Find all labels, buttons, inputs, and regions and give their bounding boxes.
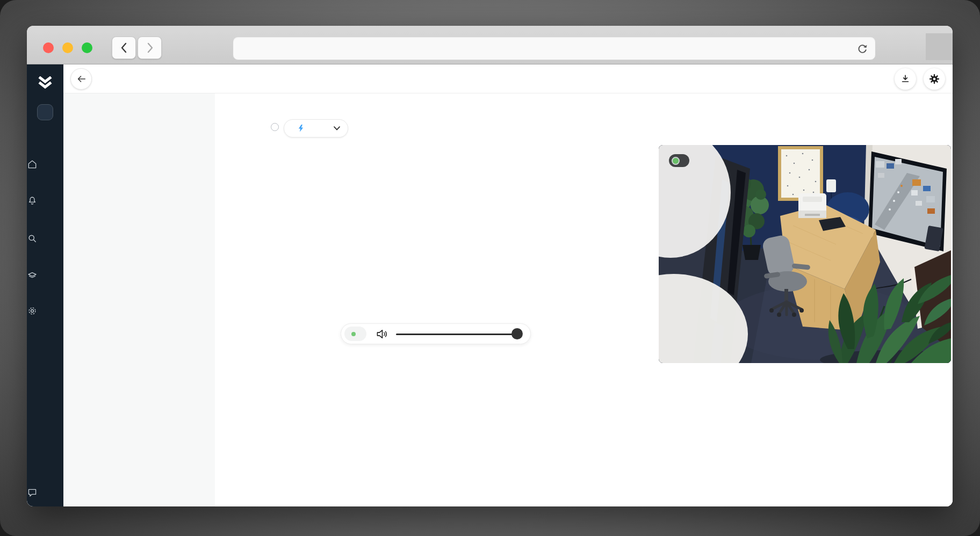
browser-back-button[interactable] (112, 37, 136, 59)
sidebar-item-events[interactable] (27, 195, 63, 207)
sidebar-item-devices[interactable] (27, 270, 63, 283)
camera-scene (659, 145, 951, 363)
minimize-window-button[interactable] (62, 42, 73, 53)
audio-content (215, 93, 953, 506)
address-input[interactable] (233, 37, 875, 60)
chevron-left-icon (119, 42, 129, 54)
org-name (27, 125, 63, 133)
browser-chrome (27, 26, 953, 64)
camera-feed[interactable] (659, 145, 951, 363)
sensor-panel (63, 93, 215, 506)
new-tab-button[interactable] (926, 33, 953, 60)
close-window-button[interactable] (43, 42, 54, 53)
volume-track[interactable] (396, 334, 518, 335)
volume-slider[interactable] (396, 328, 523, 340)
sidebar-item-help[interactable] (27, 488, 63, 499)
mute-toggle[interactable] (376, 329, 388, 339)
back-button[interactable] (70, 68, 92, 90)
search-icon (27, 233, 38, 244)
live-dot-icon (351, 332, 356, 336)
reload-button[interactable] (855, 41, 870, 56)
sidebar-item-admin[interactable] (27, 306, 63, 318)
address-bar[interactable] (233, 37, 876, 60)
lightning-icon (298, 125, 304, 132)
chart-x-axis (247, 306, 637, 315)
chat-bubble-icon (27, 488, 38, 498)
volume-knob[interactable] (511, 328, 523, 339)
speaker-icon (376, 329, 388, 339)
sidebar-item-search[interactable] (27, 233, 63, 245)
gear-outline-icon (27, 306, 38, 316)
browser-forward-button[interactable] (138, 37, 162, 59)
browser-window (27, 26, 953, 506)
settings-button[interactable] (924, 68, 945, 90)
download-button[interactable] (895, 68, 916, 90)
reload-icon (856, 43, 868, 55)
sidebar-item-home[interactable] (27, 159, 63, 171)
live-status-bar (80, 111, 201, 120)
device-box-icon (27, 270, 38, 281)
page-header (63, 64, 953, 93)
bell-icon (27, 195, 38, 206)
verkada-logo[interactable] (37, 76, 53, 89)
arrow-left-icon (76, 74, 87, 84)
audio-waveform-chart (247, 158, 637, 307)
playback-time-chip (344, 327, 366, 341)
camera-timestamp-overlay (669, 154, 689, 167)
desktop-background (0, 0, 980, 536)
recording-dot-icon (672, 157, 680, 165)
gear-icon (928, 73, 940, 85)
download-icon (900, 74, 911, 84)
zoom-window-button[interactable] (82, 42, 92, 53)
org-badge[interactable] (37, 104, 53, 120)
audio-player-bar (341, 323, 531, 344)
help-tooltip-icon[interactable] (271, 123, 279, 131)
chevron-right-icon (145, 42, 155, 54)
verkada-app (27, 64, 953, 506)
chevron-down-icon (334, 126, 340, 131)
home-icon (27, 159, 38, 170)
audio-mode-dropdown[interactable] (284, 119, 348, 137)
nav-rail (27, 64, 63, 506)
